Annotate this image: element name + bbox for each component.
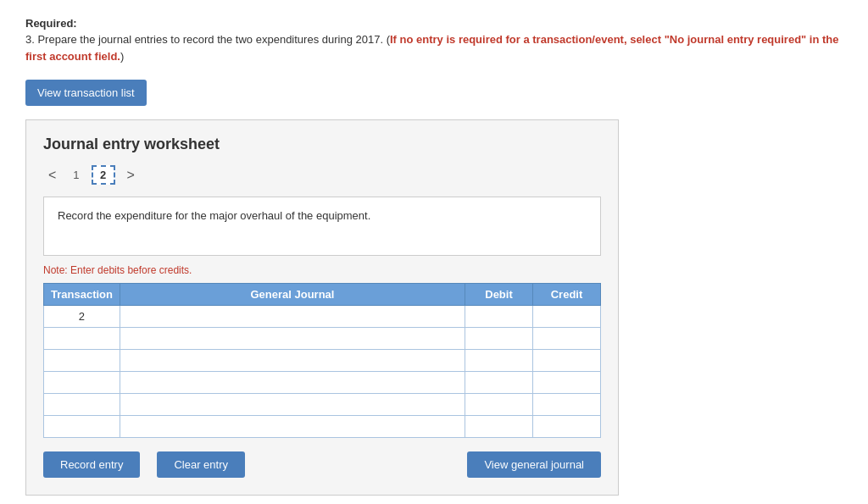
credit-cell[interactable] xyxy=(533,328,601,350)
general-journal-input[interactable] xyxy=(124,398,461,411)
general-journal-input[interactable] xyxy=(124,332,461,345)
credit-input[interactable] xyxy=(537,310,597,323)
instruction-line1: 3. Prepare the journal entries to record… xyxy=(25,33,390,46)
debit-input[interactable] xyxy=(469,398,529,411)
debit-cell[interactable] xyxy=(465,372,533,394)
general-journal-cell[interactable] xyxy=(120,350,465,372)
col-header-credit: Credit xyxy=(533,284,601,306)
debit-input[interactable] xyxy=(469,420,529,433)
nav-row: < 1 2 > xyxy=(43,165,601,185)
credit-cell[interactable] xyxy=(533,372,601,394)
credit-input[interactable] xyxy=(537,420,597,433)
note-text: Note: Enter debits before credits. xyxy=(43,264,601,276)
required-label: Required: xyxy=(25,17,843,30)
instruction-close: ) xyxy=(120,50,124,63)
credit-input[interactable] xyxy=(537,398,597,411)
credit-input[interactable] xyxy=(537,332,597,345)
debit-cell[interactable] xyxy=(465,350,533,372)
general-journal-input[interactable] xyxy=(124,376,461,389)
general-journal-cell[interactable] xyxy=(120,306,465,328)
description-box: Record the expenditure for the major ove… xyxy=(43,197,601,256)
page-1-label[interactable]: 1 xyxy=(68,167,84,183)
instruction-text: 3. Prepare the journal entries to record… xyxy=(25,31,843,64)
debit-input[interactable] xyxy=(469,332,529,345)
worksheet-container: Journal entry worksheet < 1 2 > Record t… xyxy=(25,119,619,496)
table-row xyxy=(44,372,601,394)
next-page-button[interactable]: > xyxy=(122,166,140,185)
table-row xyxy=(44,394,601,416)
table-row xyxy=(44,350,601,372)
worksheet-title: Journal entry worksheet xyxy=(43,136,601,153)
transaction-cell xyxy=(44,328,120,350)
col-header-transaction: Transaction xyxy=(44,284,120,306)
credit-cell[interactable] xyxy=(533,416,601,438)
credit-input[interactable] xyxy=(537,354,597,367)
general-journal-cell[interactable] xyxy=(120,328,465,350)
view-general-journal-button[interactable]: View general journal xyxy=(467,451,601,478)
general-journal-input[interactable] xyxy=(124,354,461,367)
transaction-cell xyxy=(44,394,120,416)
general-journal-cell[interactable] xyxy=(120,416,465,438)
debit-cell[interactable] xyxy=(465,328,533,350)
general-journal-input[interactable] xyxy=(124,420,461,433)
transaction-cell xyxy=(44,372,120,394)
journal-table: TransactionGeneral JournalDebitCredit 2 xyxy=(43,283,601,438)
page-2-label[interactable]: 2 xyxy=(92,165,115,185)
transaction-cell: 2 xyxy=(44,306,120,328)
prev-page-button[interactable]: < xyxy=(43,166,61,185)
general-journal-cell[interactable] xyxy=(120,372,465,394)
table-row xyxy=(44,328,601,350)
debit-input[interactable] xyxy=(469,376,529,389)
debit-input[interactable] xyxy=(469,354,529,367)
debit-cell[interactable] xyxy=(465,416,533,438)
button-row: Record entry Clear entry View general jo… xyxy=(43,451,601,478)
debit-cell[interactable] xyxy=(465,306,533,328)
credit-cell[interactable] xyxy=(533,306,601,328)
table-row: 2 xyxy=(44,306,601,328)
table-row xyxy=(44,416,601,438)
debit-cell[interactable] xyxy=(465,394,533,416)
general-journal-cell[interactable] xyxy=(120,394,465,416)
record-entry-button[interactable]: Record entry xyxy=(43,451,140,478)
debit-input[interactable] xyxy=(469,310,529,323)
credit-input[interactable] xyxy=(537,376,597,389)
col-header-debit: Debit xyxy=(465,284,533,306)
transaction-cell xyxy=(44,416,120,438)
general-journal-input[interactable] xyxy=(124,310,461,323)
clear-entry-button[interactable]: Clear entry xyxy=(157,451,245,478)
transaction-cell xyxy=(44,350,120,372)
credit-cell[interactable] xyxy=(533,394,601,416)
credit-cell[interactable] xyxy=(533,350,601,372)
col-header-general-journal: General Journal xyxy=(120,284,465,306)
view-transaction-button[interactable]: View transaction list xyxy=(25,80,147,106)
